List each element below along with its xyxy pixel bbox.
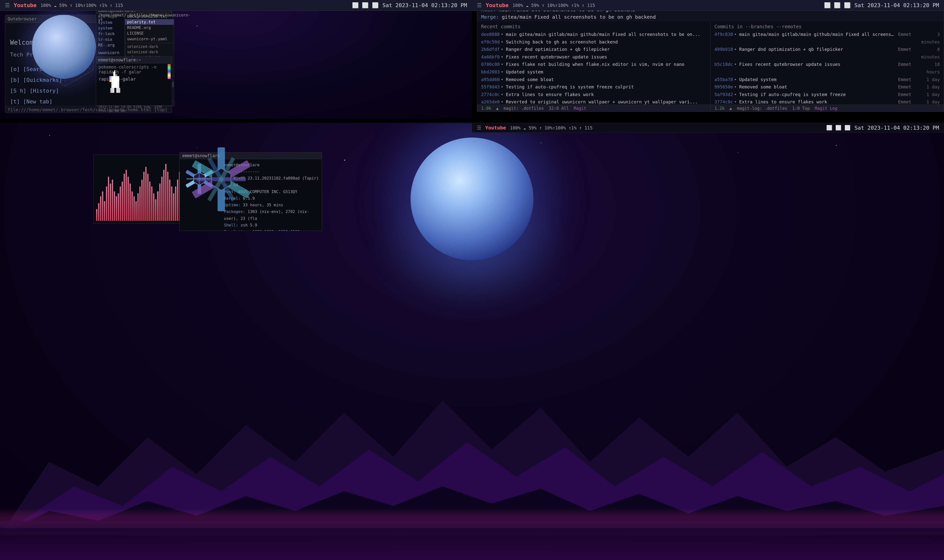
svg-line-7 — [37, 66, 44, 70]
fm-tag-selenized2: selenized-dark — [125, 49, 174, 55]
git-content: Recent commits dee0888 • main gitea/main… — [477, 22, 944, 105]
sep2-indicators: 100% ☁ 59% ↑ 10%↑100% ↑1% ↑ 115 — [510, 125, 592, 131]
git-merge-value: gitea/main Fixed all screenshots to be o… — [502, 14, 656, 20]
vis-bar — [98, 203, 99, 221]
datetime-display: Sat 2023-11-04 02:13:20 PM — [383, 2, 467, 8]
vis-bar — [106, 186, 107, 221]
moon-bottom-center — [410, 137, 534, 260]
sep2-tab[interactable]: Youtube — [485, 125, 506, 131]
svg-point-2 — [55, 43, 75, 63]
fm-file-license[interactable]: LICENSE — [125, 31, 174, 36]
vis-bar — [122, 182, 123, 221]
datetime-display2: Sat 2023-11-04 02:13:20 PM — [855, 2, 939, 8]
vis-bar — [100, 196, 101, 221]
vis-bar — [118, 193, 119, 221]
workspace-icon: ☰ — [5, 2, 10, 8]
svg-rect-29 — [114, 71, 114, 72]
git-status-bar-right: 1.2k ▲ magit-log: .dotfiles 1:0 Top Magi… — [711, 105, 944, 111]
git-magit-mode: magit: .dotfiles — [503, 106, 544, 111]
vis-bar — [153, 193, 154, 221]
vis-bar — [173, 193, 174, 221]
vis-bar — [104, 201, 105, 221]
svg-rect-27 — [110, 80, 111, 82]
top-bar-right-monitor: ☰ Youtube 100% ☁ 59% ↑ 10%↑100% ↑1% ↑ 11… — [472, 0, 944, 11]
git-recent-title: Recent commits — [481, 24, 706, 29]
top-bar2-left-content: ☰ Youtube 100% ☁ 59% ↑ 10%↑100% ↑1% ↑ 11… — [477, 2, 595, 8]
vis-bar — [157, 191, 158, 221]
top-bar-left-content: ☰ Youtube 100% ☁ 59% ↑ 10%↑100% ↑1% ↑ 11… — [5, 2, 123, 8]
svg-rect-28 — [114, 70, 115, 72]
vis-bar — [143, 172, 145, 221]
bar-indicators2: 100% ☁ 59% ↑ 10%↑100% ↑1% ↑ 115 — [512, 3, 595, 8]
svg-rect-16 — [111, 76, 119, 82]
star-b3 — [344, 160, 345, 161]
git-right-file: magit-log: .dotfiles — [737, 106, 787, 111]
top-bar-left: ☰ Youtube 100% ☁ 59% ↑ 10%↑100% ↑1% ↑ 11… — [0, 0, 472, 11]
vis-bar — [145, 167, 147, 221]
svg-point-13 — [62, 49, 69, 57]
neofetch-shell: Shell: zsh 5.9 — [224, 222, 319, 228]
git-right-mode: Magit Log — [815, 106, 837, 111]
git-merge-info2: Merge: gitea/main Fixed all screenshots … — [477, 14, 944, 22]
top-bar-right-content: ⬜ ⬜ ⬜ Sat 2023-11-04 02:13:20 PM — [352, 2, 467, 8]
git-log-panel: Commits in --branches --remotes 4f9c838 … — [710, 22, 944, 105]
git-status-bars: 1.0k ▲ magit: .dotfiles 32:0 All Magit 1… — [477, 105, 944, 111]
vis-bar — [155, 199, 156, 221]
vis-bar — [163, 170, 165, 221]
vis-bar — [165, 164, 167, 221]
fm-file-yaml[interactable]: uwunicorn-yt.yaml — [125, 36, 174, 42]
git-commit-row: 2b6dfdf • Ranger dnd optimization + qb f… — [481, 46, 706, 53]
svg-rect-22 — [113, 88, 114, 93]
git-commit-row: 3774c0c • Extra lines to ensure flakes w… — [714, 98, 940, 105]
vis-bar — [102, 191, 103, 221]
git-commit-row: ef0c50d • Switching back to gh as screen… — [481, 38, 706, 46]
youtube-tab[interactable]: Youtube — [14, 2, 37, 8]
svg-rect-19 — [113, 82, 117, 88]
fm-file-readme[interactable]: README.org — [125, 25, 174, 31]
git-right-pos: 1:0 Top — [792, 106, 810, 111]
git-status-bar-left: 1.0k ▲ magit: .dotfiles 32:0 All Magit — [477, 105, 711, 111]
svg-rect-25 — [110, 76, 111, 78]
vis-bar — [130, 183, 131, 221]
youtube-tab2[interactable]: Youtube — [486, 2, 509, 8]
vis-bar — [171, 186, 172, 221]
nixos-logo-bottom — [187, 145, 256, 214]
star-b8 — [836, 145, 837, 146]
svg-line-5 — [86, 66, 93, 70]
pokemon-terminal: emmet@snowflare:~ pokemon-colorscripts -… — [96, 57, 172, 106]
vis-bar — [128, 177, 129, 221]
svg-line-4 — [86, 35, 93, 39]
top-bar2-right-content: ⬜ ⬜ ⬜ Sat 2023-11-04 02:13:20 PM — [824, 2, 939, 8]
git-line-count: 1.0k — [481, 106, 491, 111]
vis-bar — [177, 180, 178, 221]
vis-bar — [141, 180, 143, 221]
fm-file-polarity[interactable]: polarity.txt — [125, 19, 174, 25]
vis-bar — [175, 186, 176, 221]
sep2-icon: ☰ — [477, 125, 481, 131]
vis-bar — [114, 191, 115, 221]
git-status-triangle: ▲ — [496, 106, 498, 111]
vis-bar — [108, 177, 109, 221]
git-commit-row: b5c18dc • Fixes recent qutebrowser updat… — [714, 61, 940, 75]
star-b5 — [737, 152, 738, 153]
svg-rect-15 — [115, 74, 117, 76]
svg-rect-18 — [111, 82, 113, 88]
neofetch-res: Resolution: 1920x1080, 1920x1200 — [224, 228, 319, 231]
git-commit-row: 55f9d43 • Testing if auto-cpufreq is sys… — [481, 83, 706, 91]
star-b4 — [541, 143, 541, 143]
palette-bar — [168, 64, 171, 79]
vis-bar — [110, 183, 111, 221]
star — [197, 26, 197, 26]
git-commit-row: a95dd60 • Removed some bloat — [481, 76, 706, 83]
git-commit-row: a265de0 • Reverted to original uwunicorn… — [481, 98, 706, 105]
svg-rect-20 — [117, 82, 119, 88]
fm-divider — [125, 43, 174, 43]
git-recent-commits: Recent commits dee0888 • main gitea/main… — [477, 22, 710, 105]
svg-rect-21 — [110, 88, 113, 93]
git-commit-row: 0700c08 • Fixes flake not building when … — [481, 61, 706, 68]
git-merge-label: Merge: — [481, 14, 499, 20]
git-magit-window: Head: main Fixed all screenshots to be o… — [477, 5, 944, 112]
vis-bar — [139, 186, 140, 221]
git-commit-row: 2774c0c • Extra lines to ensure flakes w… — [481, 91, 706, 98]
svg-rect-24 — [118, 88, 120, 93]
